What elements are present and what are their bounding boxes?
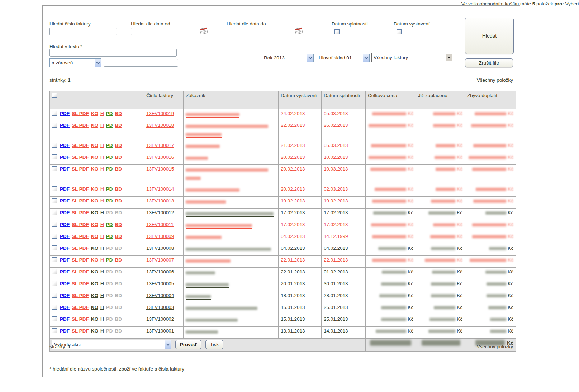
pdf-link[interactable]: PDF: [60, 281, 70, 286]
customer-redacted-link[interactable]: [186, 329, 218, 335]
customer-redacted-link[interactable]: [186, 167, 268, 173]
row-checkbox[interactable]: [52, 269, 57, 274]
h-link[interactable]: H: [100, 111, 104, 116]
bd-link[interactable]: BD: [115, 154, 122, 160]
invoice-number-link[interactable]: 13FV100003: [146, 305, 174, 310]
bd-link[interactable]: BD: [115, 166, 122, 172]
customer-redacted-link[interactable]: [186, 293, 211, 300]
bd-link[interactable]: BD: [115, 111, 122, 116]
ko-link[interactable]: KO: [91, 234, 98, 239]
pd-link[interactable]: PD: [106, 143, 113, 148]
row-checkbox[interactable]: [52, 154, 57, 159]
h-link[interactable]: H: [100, 269, 104, 274]
pdf-link[interactable]: PDF: [60, 154, 70, 160]
h-link[interactable]: H: [100, 281, 104, 286]
customer-redacted-link[interactable]: [186, 258, 231, 264]
bd-link[interactable]: BD: [115, 222, 122, 227]
invoice-number-link[interactable]: 13FV100013: [146, 198, 174, 204]
ko-link[interactable]: KO: [91, 316, 98, 322]
sl-pdf-link[interactable]: SL PDF: [72, 257, 89, 263]
customer-redacted-link[interactable]: [186, 281, 229, 288]
invoice-number-link[interactable]: 13FV100019: [146, 111, 174, 116]
h-link[interactable]: H: [100, 154, 104, 160]
date-from-input[interactable]: [131, 28, 198, 35]
pdf-link[interactable]: PDF: [60, 257, 70, 263]
pdf-link[interactable]: PDF: [60, 186, 70, 192]
ko-link[interactable]: KO: [91, 186, 98, 192]
customer-redacted-link[interactable]: [186, 234, 222, 240]
sl-pdf-link[interactable]: SL PDF: [72, 111, 89, 116]
customer-redacted-link[interactable]: [186, 123, 268, 129]
pd-link[interactable]: PD: [106, 123, 113, 128]
bd-link[interactable]: BD: [115, 198, 122, 204]
pdf-link[interactable]: PDF: [60, 166, 70, 172]
pdf-link[interactable]: PDF: [60, 234, 70, 239]
ko-link[interactable]: KO: [91, 154, 98, 160]
row-checkbox[interactable]: [52, 222, 57, 227]
bd-link[interactable]: BD: [115, 186, 122, 192]
h-link[interactable]: H: [100, 186, 104, 192]
calendar-icon[interactable]: [294, 27, 303, 35]
pd-link[interactable]: PD: [106, 257, 113, 263]
ko-link[interactable]: KO: [91, 269, 98, 274]
customer-redacted-link[interactable]: [186, 317, 238, 323]
page-1-link[interactable]: 1: [68, 344, 71, 349]
sl-pdf-link[interactable]: SL PDF: [72, 328, 89, 334]
ko-link[interactable]: KO: [91, 328, 98, 334]
sl-pdf-link[interactable]: SL PDF: [72, 154, 89, 160]
pdf-link[interactable]: PDF: [60, 111, 70, 116]
invoice-number-link[interactable]: 13FV100007: [146, 257, 174, 263]
pd-link[interactable]: PD: [106, 198, 113, 204]
customer-redacted-link[interactable]: [186, 155, 208, 161]
invoice-number-link[interactable]: 13FV100016: [146, 154, 174, 160]
pdf-link[interactable]: PDF: [60, 316, 70, 322]
ko-link[interactable]: KO: [91, 198, 98, 204]
customer-redacted-link[interactable]: [186, 199, 226, 205]
sl-pdf-link[interactable]: SL PDF: [72, 123, 89, 128]
invoice-number-link[interactable]: 13FV100012: [146, 210, 174, 215]
invoice-number-link[interactable]: 13FV100005: [146, 281, 174, 286]
invoice-number-link[interactable]: 13FV100011: [146, 222, 174, 227]
sl-pdf-link[interactable]: SL PDF: [72, 293, 89, 298]
row-checkbox[interactable]: [52, 281, 57, 286]
ko-link[interactable]: KO: [91, 166, 98, 172]
pdf-link[interactable]: PDF: [60, 328, 70, 334]
sl-pdf-link[interactable]: SL PDF: [72, 245, 89, 251]
search-button[interactable]: Hledat: [465, 18, 514, 54]
year-select[interactable]: Rok 2013: [262, 54, 314, 62]
h-link[interactable]: H: [100, 222, 104, 227]
h-link[interactable]: H: [100, 316, 104, 322]
customer-redacted-link[interactable]: [186, 131, 222, 138]
pd-link[interactable]: PD: [106, 186, 113, 192]
date-to-input[interactable]: [227, 28, 293, 35]
pdf-link[interactable]: PDF: [60, 245, 70, 251]
h-link[interactable]: H: [100, 234, 104, 239]
row-checkbox[interactable]: [52, 111, 57, 116]
and-operator-select[interactable]: a zároveň: [49, 58, 101, 67]
all-items-link[interactable]: Všechny položky: [477, 344, 513, 349]
invoice-number-link[interactable]: 13FV100015: [146, 166, 174, 172]
row-checkbox[interactable]: [52, 143, 57, 148]
cart-select-link[interactable]: Vybert: [565, 1, 579, 6]
pdf-link[interactable]: PDF: [60, 305, 70, 310]
sl-pdf-link[interactable]: SL PDF: [72, 234, 89, 239]
row-checkbox[interactable]: [52, 328, 57, 333]
warehouse-select[interactable]: Hlavní sklad 01: [317, 54, 370, 62]
invoice-number-link[interactable]: 13FV100006: [146, 269, 174, 274]
ko-link[interactable]: KO: [91, 257, 98, 263]
ko-link[interactable]: KO: [91, 111, 98, 116]
pdf-link[interactable]: PDF: [60, 123, 70, 128]
sl-pdf-link[interactable]: SL PDF: [72, 316, 89, 322]
customer-redacted-link[interactable]: [186, 222, 252, 229]
row-checkbox[interactable]: [52, 186, 57, 191]
invoice-number-link[interactable]: 13FV100017: [146, 143, 174, 148]
h-link[interactable]: H: [100, 305, 104, 310]
h-link[interactable]: H: [100, 143, 104, 148]
ko-link[interactable]: KO: [91, 305, 98, 310]
pdf-link[interactable]: PDF: [60, 222, 70, 227]
ko-link[interactable]: KO: [91, 143, 98, 148]
invoice-number-link[interactable]: 13FV100014: [146, 186, 174, 192]
pd-link[interactable]: PD: [106, 222, 113, 227]
row-checkbox[interactable]: [52, 245, 57, 250]
bd-link[interactable]: BD: [115, 257, 122, 263]
